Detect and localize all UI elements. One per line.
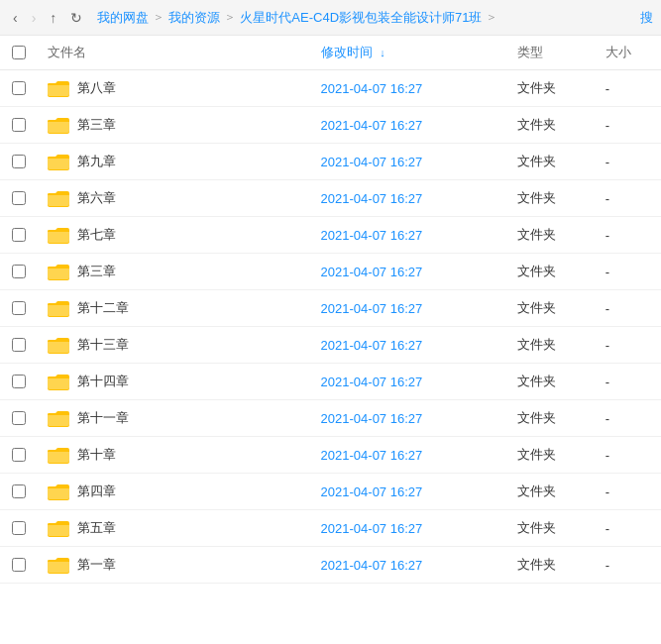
folder-icon: [48, 483, 69, 500]
table-row: 第十章2021-04-07 16:27文件夹-: [0, 437, 661, 474]
row-check-cell: [0, 327, 38, 364]
row-checkbox[interactable]: [12, 155, 26, 168]
row-type-cell: 文件夹: [507, 70, 595, 107]
row-type-cell: 文件夹: [507, 107, 595, 144]
row-size-cell: -: [596, 327, 661, 364]
row-size-cell: -: [596, 107, 661, 144]
row-size-cell: -: [596, 510, 661, 547]
breadcrumb-sep-1: ＞: [153, 9, 165, 26]
header-size: 大小: [596, 36, 661, 70]
row-checkbox[interactable]: [12, 484, 26, 498]
row-check-cell: [0, 437, 38, 474]
row-size-cell: -: [596, 400, 661, 437]
folder-icon: [48, 263, 69, 280]
sort-icon: ↓: [380, 47, 386, 58]
row-checkbox[interactable]: [12, 81, 26, 95]
folder-icon: [48, 299, 69, 317]
breadcrumb-home[interactable]: 我的网盘: [97, 9, 149, 27]
file-name-label[interactable]: 第七章: [77, 226, 116, 244]
row-time-cell: 2021-04-07 16:27: [311, 180, 508, 217]
row-type-cell: 文件夹: [507, 437, 595, 474]
folder-icon: [48, 116, 69, 134]
folder-icon: [48, 446, 69, 464]
row-check-cell: [0, 180, 38, 217]
row-checkbox[interactable]: [12, 191, 26, 205]
row-checkbox[interactable]: [12, 448, 26, 462]
table-row: 第十二章2021-04-07 16:27文件夹-: [0, 290, 661, 327]
row-time-cell: 2021-04-07 16:27: [311, 327, 508, 364]
folder-icon: [48, 519, 69, 537]
row-checkbox[interactable]: [12, 265, 26, 278]
row-checkbox[interactable]: [12, 301, 26, 315]
folder-icon: [48, 336, 69, 354]
back-button[interactable]: ‹: [8, 6, 23, 30]
file-name-label[interactable]: 第五章: [77, 519, 116, 537]
row-check-cell: [0, 107, 38, 144]
row-type-cell: 文件夹: [507, 180, 595, 217]
row-name-cell: 第一章: [38, 547, 311, 584]
row-checkbox[interactable]: [12, 228, 26, 242]
table-row: 第十四章2021-04-07 16:27文件夹-: [0, 364, 661, 400]
file-name-label[interactable]: 第九章: [77, 153, 116, 170]
row-checkbox[interactable]: [12, 521, 26, 535]
row-name-cell: 第三章: [38, 107, 311, 144]
table-row: 第十一章2021-04-07 16:27文件夹-: [0, 400, 661, 437]
breadcrumb-current[interactable]: 火星时代AE-C4D影视包装全能设计师71班: [240, 9, 482, 27]
file-name-label[interactable]: 第一章: [77, 556, 116, 574]
folder-icon: [48, 373, 69, 390]
row-time-cell: 2021-04-07 16:27: [311, 547, 508, 584]
file-name-label[interactable]: 第十二章: [77, 299, 129, 317]
file-name-label[interactable]: 第三章: [77, 116, 116, 134]
folder-icon: [48, 189, 69, 207]
table-row: 第三章2021-04-07 16:27文件夹-: [0, 107, 661, 144]
file-name-label[interactable]: 第四章: [77, 483, 116, 500]
file-name-label[interactable]: 第十一章: [77, 409, 129, 427]
row-checkbox[interactable]: [12, 375, 26, 388]
row-name-cell: 第十章: [38, 437, 311, 474]
breadcrumb: 我的网盘 ＞ 我的资源 ＞ 火星时代AE-C4D影视包装全能设计师71班 ＞: [97, 9, 636, 27]
row-checkbox[interactable]: [12, 338, 26, 352]
row-name-cell: 第六章: [38, 180, 311, 217]
header-time[interactable]: 修改时间 ↓: [311, 36, 508, 70]
row-type-cell: 文件夹: [507, 327, 595, 364]
table-row: 第七章2021-04-07 16:27文件夹-: [0, 217, 661, 254]
table-row: 第四章2021-04-07 16:27文件夹-: [0, 474, 661, 510]
file-list: 第八章2021-04-07 16:27文件夹- 第三章2021-04-07 16…: [0, 70, 661, 584]
row-type-cell: 文件夹: [507, 254, 595, 290]
up-button[interactable]: ↑: [45, 6, 61, 30]
row-type-cell: 文件夹: [507, 217, 595, 254]
folder-icon: [48, 556, 69, 574]
row-time-cell: 2021-04-07 16:27: [311, 437, 508, 474]
search-link[interactable]: 搜: [640, 9, 653, 27]
row-name-cell: 第八章: [38, 70, 311, 107]
folder-icon: [48, 226, 69, 244]
row-size-cell: -: [596, 364, 661, 400]
table-row: 第六章2021-04-07 16:27文件夹-: [0, 180, 661, 217]
table-row: 第三章2021-04-07 16:27文件夹-: [0, 254, 661, 290]
forward-button[interactable]: ›: [27, 6, 42, 30]
row-time-cell: 2021-04-07 16:27: [311, 290, 508, 327]
row-check-cell: [0, 474, 38, 510]
row-size-cell: -: [596, 70, 661, 107]
row-size-cell: -: [596, 290, 661, 327]
select-all-checkbox[interactable]: [12, 46, 26, 59]
row-checkbox[interactable]: [12, 118, 26, 132]
file-name-label[interactable]: 第八章: [77, 79, 116, 97]
file-name-label[interactable]: 第十三章: [77, 336, 129, 354]
breadcrumb-resources[interactable]: 我的资源: [168, 9, 220, 27]
file-name-label[interactable]: 第三章: [77, 263, 116, 280]
file-name-label[interactable]: 第十章: [77, 446, 116, 464]
row-checkbox[interactable]: [12, 558, 26, 572]
header-check: [0, 36, 38, 70]
file-name-label[interactable]: 第十四章: [77, 373, 129, 390]
table-header-row: 文件名 修改时间 ↓ 类型 大小: [0, 36, 661, 70]
row-check-cell: [0, 70, 38, 107]
row-check-cell: [0, 400, 38, 437]
file-name-label[interactable]: 第六章: [77, 189, 116, 207]
row-size-cell: -: [596, 254, 661, 290]
refresh-button[interactable]: ↻: [65, 6, 87, 30]
table-row: 第五章2021-04-07 16:27文件夹-: [0, 510, 661, 547]
row-checkbox[interactable]: [12, 411, 26, 425]
row-type-cell: 文件夹: [507, 400, 595, 437]
row-size-cell: -: [596, 144, 661, 180]
